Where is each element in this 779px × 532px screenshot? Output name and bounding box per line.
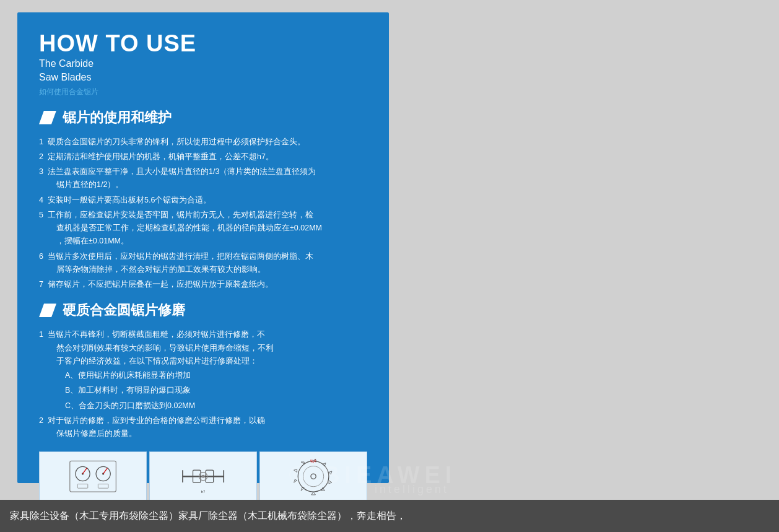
list-item: 1硬质合金圆锯片的刀头非常的锋利，所以使用过程中必须保护好合金头。 [39,136,367,149]
svg-text:锯片: 锯片 [310,459,316,463]
chinese-subtitle: 如何使用合金锯片 [39,87,367,97]
subtitle-line2: Saw Blades [39,71,367,84]
list-item: 5工作前，应检查锯片安装是否牢固，锯片前方无人，先对机器进行空转，检查机器是否正… [39,209,367,248]
sub-list-item: B、加工材料时，有明显的爆口现象 [56,384,367,397]
image-cell-2: h7 [149,451,257,501]
sub-list: A、使用锯片的机床耗能显著的增加 B、加工材料时，有明显的爆口现象 C、合金刀头… [48,369,367,412]
section2-header: 硬质合金圆锯片修磨 [39,301,367,320]
svg-line-3 [82,468,87,474]
svg-rect-7 [77,484,88,489]
watermark-sub: intelligent [375,483,449,496]
list-item: 6当锯片多次使用后，应对锯片的锯齿进行清理，把附在锯齿两侧的树脂、木屑等杂物清除… [39,250,367,277]
sub-list-item: A、使用锯片的机床耗能显著的增加 [56,369,367,382]
svg-point-19 [311,474,316,479]
list-item: 2定期清洁和维护使用锯片的机器，机轴平整垂直，公差不超h7。 [39,150,367,164]
svg-point-13 [202,475,205,478]
section1-header: 锯片的使用和维护 [39,108,367,127]
header-section: HOW TO USE The Carbide Saw Blades 如何使用合金… [39,31,367,97]
svg-rect-8 [98,484,108,489]
section1-list: 1硬质合金圆锯片的刀头非常的锋利，所以使用过程中必须保护好合金头。 2定期清洁和… [39,136,367,292]
svg-rect-0 [70,461,116,492]
list-item: 2对于锯片的修磨，应到专业的合格的修磨公司进行修磨，以确保锯片修磨后的质量。 [39,414,367,441]
list-item: 1当锯片不再锋利，切断横截面粗糙，必须对锯片进行修磨，不然会对切削效果有较大的影… [39,328,367,412]
sub-list-item: C、合金刀头的刃口磨损达到0.02MM [56,399,367,412]
image-cell-3: 锯片 [259,451,367,501]
bottom-bar: 家具除尘设备（木工专用布袋除尘器）家具厂除尘器（木工机械布袋除尘器），奔走相告， [0,500,779,532]
list-item: 3法兰盘表面应平整干净，且大小是锯片直径的1/3（薄片类的法兰盘直径须为锯片直径… [39,165,367,192]
main-card: HOW TO USE The Carbide Saw Blades 如何使用合金… [17,12,389,483]
section2-icon [39,303,56,317]
image-cell-1 [39,451,147,501]
bottom-bar-text: 家具除尘设备（木工专用布袋除尘器）家具厂除尘器（木工机械布袋除尘器），奔走相告， [10,510,406,523]
svg-text:h7: h7 [201,490,205,494]
svg-point-18 [303,466,323,487]
section2-list: 1当锯片不再锋利，切断横截面粗糙，必须对锯片进行修磨，不然会对切削效果有较大的影… [39,328,367,440]
svg-line-6 [103,468,108,474]
main-title: HOW TO USE [39,31,367,57]
section1-icon [39,111,56,124]
section2-title: 硬质合金圆锯片修磨 [63,301,185,320]
page-wrapper: HOW TO USE The Carbide Saw Blades 如何使用合金… [0,0,779,532]
list-item: 7储存锯片，不应把锯片层叠在一起，应把锯片放于原装盒纸内。 [39,278,367,291]
subtitle-line1: The Carbide [39,57,367,71]
section1-title: 锯片的使用和维护 [63,108,172,127]
list-item: 4安装时一般锯片要高出板材5.6个锯齿为合适。 [39,194,367,207]
